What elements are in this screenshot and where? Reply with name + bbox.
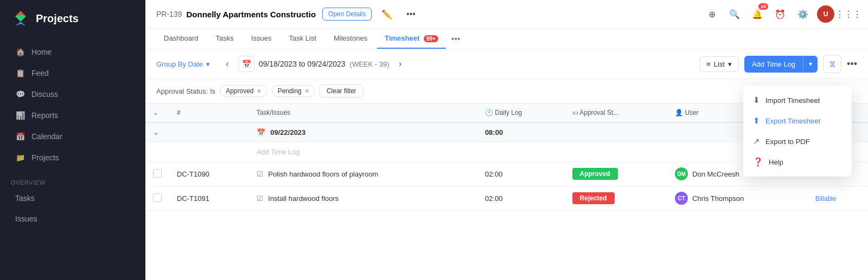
dropdown-item-pdf[interactable]: ↗ Export to PDF: [743, 131, 852, 152]
filter-chip-approved-label: Approved: [226, 87, 253, 95]
clock-icon: 🕐: [485, 109, 493, 116]
row2-user-initials: CT: [678, 196, 685, 201]
sidebar-item-discuss-label: Discuss: [31, 90, 58, 99]
sidebar-item-reports[interactable]: 📊 Reports: [4, 105, 141, 126]
row1-user-name: Don McCreesh: [692, 170, 739, 178]
group-by-label: Group By Date: [156, 60, 203, 68]
list-label: List: [714, 60, 725, 68]
calendar-picker-button[interactable]: 📅: [238, 56, 254, 72]
date-nav: ‹ 📅 09/18/2023 to 09/24/2023 (WEEK - 39)…: [221, 56, 407, 72]
more-options-button[interactable]: •••: [402, 5, 419, 23]
date-row-status: [565, 122, 668, 142]
tab-milestones[interactable]: Milestones: [326, 29, 375, 49]
dropdown-import-label: Import Timesheet: [765, 96, 820, 105]
toolbar-right: ≡ List ▾ Add Time Log ▾ ⧖ •••: [699, 55, 857, 73]
th-approval-label: Approval St...: [579, 109, 618, 116]
edit-button[interactable]: ✏️: [378, 5, 395, 23]
week-label: (WEEK - 39): [350, 60, 390, 68]
tab-milestones-label: Milestones: [334, 34, 367, 42]
calendar-icon: 📅: [15, 132, 25, 141]
date-row-empty-hash: [169, 122, 249, 142]
row2-status-badge: Rejected: [572, 192, 615, 204]
list-view-button[interactable]: ≡ List ▾: [699, 56, 739, 72]
import-icon: ⬇: [753, 95, 760, 105]
filter-label: Approval Status: Is: [156, 87, 215, 95]
sidebar-item-calendar[interactable]: 📅 Calendar: [4, 126, 141, 147]
th-approval-status: ▭ Approval St...: [565, 103, 668, 122]
tabs-more-button[interactable]: •••: [448, 30, 464, 48]
dropdown-item-help[interactable]: ❓ Help: [743, 152, 852, 172]
sidebar-item-discuss[interactable]: 💬 Discuss: [4, 84, 141, 105]
project-id: PR-139: [156, 10, 182, 18]
filter-button[interactable]: ⧖: [823, 55, 841, 73]
row2-check[interactable]: [145, 186, 169, 211]
sidebar-nav: 🏠 Home 📋 Feed 💬 Discuss 📊 Reports 📅 Cale…: [0, 37, 145, 173]
row2-user-name: Chris Thompson: [692, 194, 744, 203]
ellipsis-icon: •••: [406, 9, 416, 19]
add-time-log: [477, 142, 565, 162]
timer-icon: ⏰: [775, 9, 786, 19]
sidebar-item-tasks-label: Tasks: [15, 194, 35, 203]
dropdown-item-export[interactable]: ⬆ Export Timesheet: [743, 110, 852, 131]
next-week-button[interactable]: ›: [394, 57, 407, 70]
row2-billable-label: Billable: [815, 195, 837, 203]
sidebar-item-issues[interactable]: Issues: [4, 209, 141, 229]
project-name: Donnelly Apartments Constructio: [186, 10, 316, 19]
add-time-task[interactable]: Add Time Log: [249, 142, 477, 162]
topbar-actions: ⊕ 🔍 🔔 10 ⏰ ⚙️ U ⋮⋮⋮: [703, 5, 857, 23]
gear-icon: ⚙️: [797, 9, 808, 19]
add-button[interactable]: ⊕: [703, 5, 720, 23]
sidebar-item-tasks[interactable]: Tasks: [4, 188, 141, 208]
export-icon: ⬆: [753, 116, 760, 126]
calendar-small-icon: 📅: [242, 60, 251, 68]
row1-task-name: Polish hardwood floors of playroom: [268, 170, 378, 178]
add-time-check: [145, 142, 169, 162]
filter-chip-approved-remove[interactable]: ×: [257, 87, 261, 95]
timer-button[interactable]: ⏰: [771, 5, 789, 23]
tab-task-list[interactable]: Task List: [281, 29, 324, 49]
row1-user-avatar: DM: [675, 167, 688, 180]
search-button[interactable]: 🔍: [726, 5, 743, 23]
toolbar: Group By Date ▾ ‹ 📅 09/18/2023 to 09/24/…: [145, 49, 868, 79]
bell-icon: 🔔: [752, 9, 763, 19]
add-time-hash: [169, 142, 249, 162]
settings-button[interactable]: ⚙️: [794, 5, 812, 23]
filter-chip-pending-remove[interactable]: ×: [305, 87, 309, 95]
collapse-all-icon[interactable]: ⌄: [153, 109, 158, 116]
filter-chip-pending: Pending ×: [272, 85, 315, 97]
user-avatar[interactable]: U: [817, 5, 834, 23]
row1-daily-log: 02:00: [477, 162, 565, 186]
row2-status: Rejected: [565, 186, 668, 211]
row2-id: DC-T1091: [169, 186, 249, 211]
date-row-log: 08:00: [477, 122, 565, 142]
discuss-icon: 💬: [15, 89, 25, 99]
tab-tasks[interactable]: Tasks: [208, 29, 241, 49]
tab-dashboard[interactable]: Dashboard: [156, 29, 206, 49]
more-actions-button[interactable]: •••: [847, 58, 857, 70]
notification-button[interactable]: 🔔 10: [749, 5, 766, 23]
sidebar-item-feed[interactable]: 📋 Feed: [4, 63, 141, 83]
row2-checkbox[interactable]: [153, 193, 162, 202]
sidebar-item-home[interactable]: 🏠 Home: [4, 42, 141, 62]
add-time-log-label: Add Time Log: [744, 56, 803, 73]
date-row-collapse[interactable]: ⌄: [145, 122, 169, 142]
add-time-log-arrow[interactable]: ▾: [803, 56, 818, 72]
chevron-down-icon: ▾: [206, 60, 210, 68]
open-details-button[interactable]: Open Details: [322, 8, 372, 21]
dropdown-item-import[interactable]: ⬇ Import Timesheet: [743, 90, 852, 110]
tab-timesheet[interactable]: Timesheet 99+: [377, 29, 446, 49]
row2-task: ☑ Install hardwood floors: [249, 186, 477, 211]
row1-checkbox[interactable]: [153, 169, 162, 178]
row2-task-name: Install hardwood floors: [268, 194, 339, 203]
group-by-button[interactable]: Group By Date ▾: [156, 60, 210, 68]
sidebar-section-overview: Overview: [0, 173, 145, 188]
reports-icon: 📊: [15, 110, 25, 120]
add-time-log-button[interactable]: Add Time Log ▾: [744, 56, 818, 73]
apps-button[interactable]: ⋮⋮⋮: [840, 5, 857, 23]
tab-issues[interactable]: Issues: [244, 29, 279, 49]
dropdown-help-label: Help: [769, 158, 783, 166]
row1-check[interactable]: [145, 162, 169, 186]
clear-filter-button[interactable]: Clear filter: [320, 84, 363, 97]
prev-week-button[interactable]: ‹: [221, 57, 234, 70]
sidebar-item-projects[interactable]: 📁 Projects: [4, 147, 141, 168]
